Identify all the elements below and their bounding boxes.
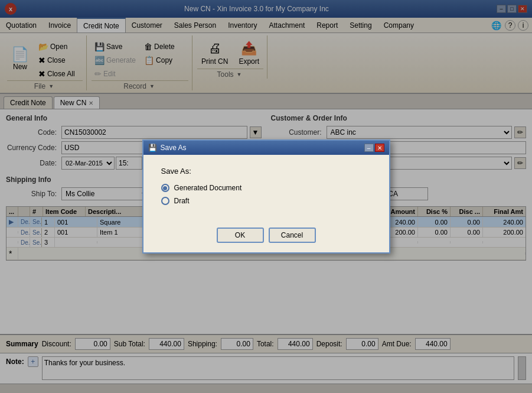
modal-controls: – ✕ — [364, 144, 384, 152]
radio-generated-doc[interactable]: Generated Document — [161, 184, 371, 192]
modal-overlay: 💾 Save As – ✕ Save As: Generated Documen… — [0, 0, 532, 393]
ok-button[interactable]: OK — [217, 228, 264, 243]
modal-titlebar: 💾 Save As – ✕ — [143, 141, 389, 155]
modal-title: Save As — [157, 144, 364, 152]
save-as-dialog: 💾 Save As – ✕ Save As: Generated Documen… — [142, 139, 390, 254]
save-as-label: Save As: — [161, 167, 371, 176]
radio-draft[interactable]: Draft — [161, 197, 371, 205]
radio-generated-icon[interactable] — [161, 184, 169, 192]
modal-title-icon: 💾 — [148, 144, 157, 152]
modal-body: Save As: Generated Document Draft — [143, 155, 389, 222]
modal-minimize-button[interactable]: – — [364, 144, 374, 152]
cancel-button[interactable]: Cancel — [269, 228, 316, 243]
modal-footer: OK Cancel — [143, 222, 389, 252]
radio-generated-label: Generated Document — [174, 184, 242, 192]
radio-draft-label: Draft — [174, 197, 190, 205]
radio-draft-icon[interactable] — [161, 197, 169, 205]
modal-close-button[interactable]: ✕ — [375, 144, 384, 152]
